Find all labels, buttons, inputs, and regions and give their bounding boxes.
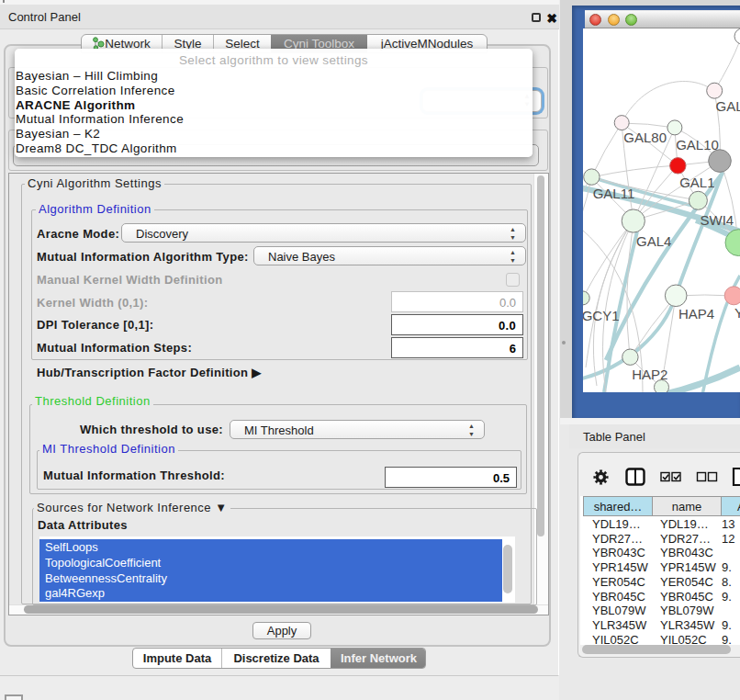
svg-text:GAL8: GAL8 [716, 98, 740, 114]
svg-text:SWI4: SWI4 [701, 212, 734, 228]
svg-text:GCY1: GCY1 [583, 308, 620, 323]
svg-text:GAL11: GAL11 [593, 186, 635, 201]
svg-text:GAL10: GAL10 [676, 137, 719, 152]
svg-text:Y: Y [734, 305, 740, 321]
svg-text:GAL1: GAL1 [679, 175, 714, 190]
svg-text:GAL80: GAL80 [623, 130, 667, 145]
svg-text:HAP4: HAP4 [678, 306, 714, 322]
svg-text:GAL4: GAL4 [636, 233, 671, 249]
svg-text:HAP2: HAP2 [632, 367, 667, 382]
